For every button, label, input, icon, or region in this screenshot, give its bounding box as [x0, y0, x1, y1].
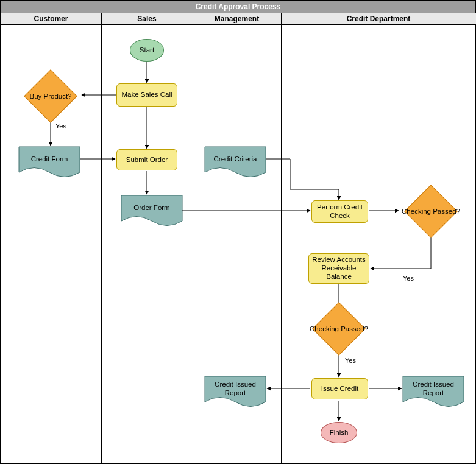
document-order-form: Order Form — [121, 195, 182, 221]
decision-checking-passed-1: Checking Passed? — [400, 191, 461, 232]
document-credit-issued-report-left: Credit Issued Report — [205, 376, 266, 402]
process-perform-credit-check: Perform Credit Check — [311, 200, 368, 223]
edge-label-yes: Yes — [403, 275, 414, 282]
edge-label-yes: Yes — [55, 122, 66, 130]
document-credit-criteria: Credit Criteria — [205, 147, 266, 172]
decision-buy-product: Buy Product? — [20, 77, 81, 116]
lane-separator — [281, 13, 282, 463]
lane-separator — [101, 13, 102, 463]
process-make-sales-call: Make Sales Call — [116, 83, 177, 107]
process-issue-credit: Issue Credit — [311, 378, 368, 399]
process-review-ar-balance: Review Accounts Receivable Balance — [308, 253, 369, 284]
decision-checking-passed-2: Checking Passed? — [308, 308, 369, 350]
diagram-title: Credit Approval Process — [1, 1, 475, 13]
lane-header-sales: Sales — [101, 13, 193, 25]
lane-header-management: Management — [193, 13, 281, 25]
finish-node: Finish — [321, 422, 357, 443]
edge-label-yes: Yes — [345, 357, 356, 364]
lane-header-credit: Credit Department — [281, 13, 476, 25]
document-credit-form: Credit Form — [19, 147, 80, 172]
process-submit-order: Submit Order — [116, 149, 177, 170]
start-node: Start — [130, 39, 164, 62]
swimlane-diagram: Credit Approval Process Customer Sales M… — [0, 0, 476, 464]
lane-separator — [193, 13, 193, 463]
lane-header-customer: Customer — [1, 13, 101, 25]
document-credit-issued-report-right: Credit Issued Report — [403, 376, 464, 402]
